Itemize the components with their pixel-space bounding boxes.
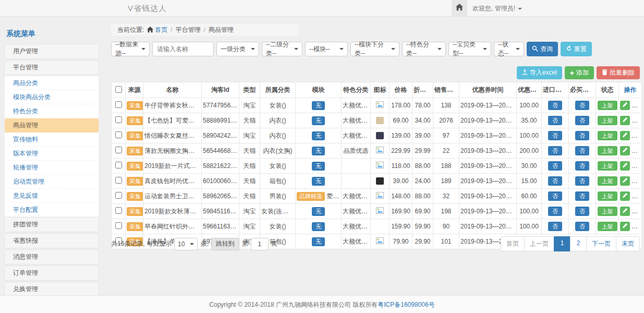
edit-button[interactable] xyxy=(620,131,630,140)
edit-button[interactable] xyxy=(620,176,630,186)
status-toggle[interactable]: 上架 xyxy=(598,116,617,125)
sidebar: 系统菜单 用户管理平台管理商品分类模块商品分类特色分类商品管理宣传物料版本管理轮… xyxy=(4,26,99,295)
breadcrumb-home-link[interactable]: 首页 xyxy=(155,26,167,33)
must-buy-toggle[interactable]: 否 xyxy=(575,191,589,201)
cell-coupon-amount: 100.00 xyxy=(517,204,542,219)
row-checkbox[interactable] xyxy=(115,116,122,123)
batch-delete-button[interactable]: 批量删除 xyxy=(597,66,640,79)
must-buy-toggle[interactable]: 否 xyxy=(575,222,589,231)
reset-button[interactable]: 重置 xyxy=(561,42,592,56)
status-toggle[interactable]: 上架 xyxy=(598,207,617,216)
feature-category-select[interactable]: --特色分类-- xyxy=(402,42,446,56)
must-buy-toggle[interactable]: 否 xyxy=(575,131,589,140)
page-button-末页[interactable]: 末页 xyxy=(616,236,640,251)
select-all-checkbox[interactable] xyxy=(115,86,122,93)
must-buy-toggle[interactable]: 否 xyxy=(575,176,589,186)
cell-price: 139.00 xyxy=(390,128,412,143)
page-button-上一页[interactable]: 上一页 xyxy=(524,236,554,251)
imported-toggle[interactable]: 否 xyxy=(548,116,562,125)
row-checkbox[interactable] xyxy=(115,162,122,168)
status-toggle[interactable]: 上架 xyxy=(598,101,617,110)
sidebar-item-平台配置[interactable]: 平台配置 xyxy=(4,203,99,217)
cell-taoke-id: 588216228899 xyxy=(202,159,239,174)
name-input[interactable] xyxy=(152,42,214,56)
module-select[interactable]: --模块-- xyxy=(305,42,348,56)
page-button-2[interactable]: 2 xyxy=(570,236,587,251)
page-button-下一页[interactable]: 下一页 xyxy=(586,236,616,251)
home-button[interactable] xyxy=(452,0,467,16)
sidebar-item-平台管理[interactable]: 平台管理 xyxy=(4,60,99,75)
sidebar-item-宣传物料[interactable]: 宣传物料 xyxy=(4,133,99,147)
edit-button[interactable] xyxy=(620,101,630,110)
must-buy-toggle[interactable]: 否 xyxy=(575,101,589,110)
sidebar-item-模块商品分类[interactable]: 模块商品分类 xyxy=(4,90,99,104)
status-toggle[interactable]: 上架 xyxy=(598,176,617,186)
row-checkbox[interactable] xyxy=(115,222,122,229)
add-button[interactable]: + 添加 xyxy=(565,66,594,79)
sidebar-item-商品分类[interactable]: 商品分类 xyxy=(4,76,99,90)
jump-button[interactable]: 跳转到 xyxy=(211,238,239,250)
table-row: 采集2019新款女秋薄款...598451162391淘宝女装(连衣裙)无大额优… xyxy=(112,204,642,219)
sidebar-item-消息管理[interactable]: 消息管理 xyxy=(4,249,99,264)
module-badge: 品牌精选 xyxy=(297,192,325,201)
must-buy-toggle[interactable]: 否 xyxy=(575,207,589,216)
page-button-首页[interactable]: 首页 xyxy=(501,236,525,251)
sidebar-item-用户管理[interactable]: 用户管理 xyxy=(4,44,99,59)
data-source-select[interactable]: --数据来源-- xyxy=(111,42,150,56)
sidebar-item-商品管理[interactable]: 商品管理 xyxy=(4,118,99,133)
sidebar-item-版本管理[interactable]: 版本管理 xyxy=(4,147,99,161)
edit-button[interactable] xyxy=(620,116,630,125)
status-toggle[interactable]: 上架 xyxy=(598,161,617,171)
icp-link[interactable]: 粤ICP备16098006号 xyxy=(378,301,434,308)
item-type-select[interactable]: --宝贝类型-- xyxy=(448,42,491,56)
cell-price: 118.00 xyxy=(390,159,412,174)
imported-toggle[interactable]: 否 xyxy=(548,222,562,231)
import-excel-button[interactable]: 导入excel xyxy=(517,66,562,79)
sidebar-item-意见反馈[interactable]: 意见反馈 xyxy=(4,189,99,203)
sidebar-item-轮播管理[interactable]: 轮播管理 xyxy=(4,161,99,175)
edit-button[interactable] xyxy=(620,222,630,231)
imported-toggle[interactable]: 否 xyxy=(548,207,562,216)
edit-button[interactable] xyxy=(620,161,630,171)
imported-toggle[interactable]: 否 xyxy=(548,191,562,201)
edit-button[interactable] xyxy=(620,207,630,216)
status-toggle[interactable]: 上架 xyxy=(598,191,617,201)
level2-category-select[interactable]: --二级分类-- xyxy=(262,42,302,56)
edit-button[interactable] xyxy=(620,191,630,201)
row-checkbox[interactable] xyxy=(115,207,122,214)
imported-toggle[interactable]: 否 xyxy=(548,101,562,110)
level1-category-select[interactable]: 一级分类 xyxy=(216,42,259,56)
status-toggle[interactable]: 上架 xyxy=(598,146,617,155)
must-buy-toggle[interactable]: 否 xyxy=(575,146,589,155)
edit-button[interactable] xyxy=(620,146,630,155)
sidebar-item-特色分类[interactable]: 特色分类 xyxy=(4,104,99,118)
page-button-1[interactable]: 1 xyxy=(554,236,570,251)
sidebar-item-启动页管理[interactable]: 启动页管理 xyxy=(4,175,99,189)
status-toggle[interactable]: 上架 xyxy=(598,131,617,140)
row-checkbox[interactable] xyxy=(115,101,122,108)
per-page-select[interactable]: 10 xyxy=(174,238,198,250)
imported-toggle[interactable]: 否 xyxy=(548,161,562,171)
cell-must-buy: 否 xyxy=(569,113,596,128)
cell-operations xyxy=(619,98,642,113)
must-buy-toggle[interactable]: 否 xyxy=(575,116,589,125)
status-toggle[interactable]: 上架 xyxy=(598,222,617,231)
module-sub-category-select[interactable]: --模块下分类-- xyxy=(350,42,399,56)
row-checkbox[interactable] xyxy=(115,131,122,138)
search-button[interactable]: 查询 xyxy=(527,42,558,56)
column-header-状态: 状态 xyxy=(596,82,619,98)
row-checkbox[interactable] xyxy=(115,192,122,199)
jump-page-input[interactable] xyxy=(251,238,269,250)
row-checkbox[interactable] xyxy=(115,147,122,153)
user-menu[interactable]: 欢迎您, 管理员! xyxy=(472,0,522,17)
row-checkbox[interactable] xyxy=(115,177,122,184)
must-buy-toggle[interactable]: 否 xyxy=(575,161,589,171)
imported-toggle[interactable]: 否 xyxy=(548,146,562,155)
sidebar-item-兑换管理[interactable]: 兑换管理 xyxy=(4,282,99,295)
imported-toggle[interactable]: 否 xyxy=(548,176,562,186)
sidebar-item-订单管理[interactable]: 订单管理 xyxy=(4,266,99,281)
sidebar-item-省惠快报[interactable]: 省惠快报 xyxy=(4,233,99,248)
status-select[interactable]: --状态-- xyxy=(494,42,524,56)
sidebar-item-拼团管理[interactable]: 拼团管理 xyxy=(4,217,99,232)
imported-toggle[interactable]: 否 xyxy=(548,131,562,140)
